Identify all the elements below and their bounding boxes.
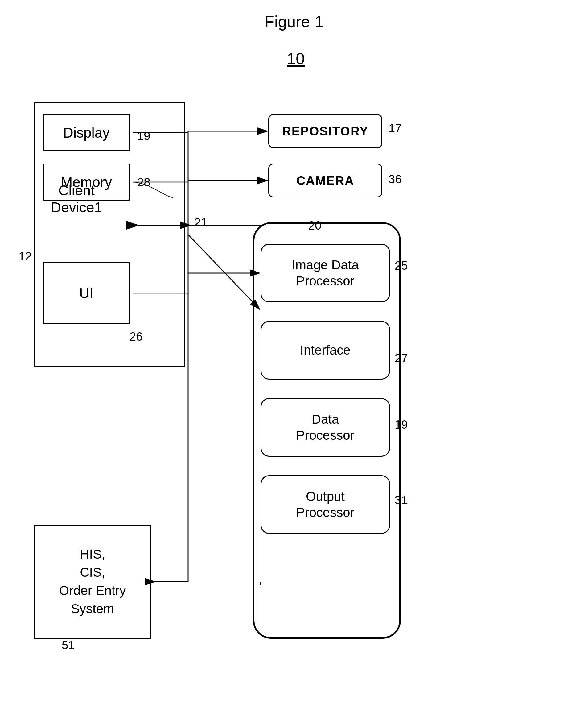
ref-21: 21: [194, 216, 207, 229]
idp-label: Image Data Processor: [292, 257, 359, 289]
ui-box: UI: [43, 262, 129, 324]
ref-25: 25: [395, 259, 407, 273]
memory-label: Memory: [61, 174, 112, 190]
camera-label: CAMERA: [296, 174, 354, 188]
memory-box: Memory: [43, 163, 129, 201]
dp-box: Data Processor: [260, 398, 390, 457]
ref-31: 31: [395, 494, 407, 507]
interface-label: Interface: [300, 343, 350, 358]
system-number: 10: [287, 49, 304, 68]
ref-51: 51: [62, 639, 75, 652]
camera-box: CAMERA: [268, 163, 382, 198]
display-box: Display: [43, 114, 129, 151]
ref-19-dp: 19: [395, 418, 407, 431]
interface-box: Interface: [260, 321, 390, 380]
op-label: Output Processor: [296, 488, 354, 521]
op-box: Output Processor: [260, 475, 390, 534]
ref-17: 17: [388, 122, 401, 135]
his-box: HIS, CIS, Order Entry System: [34, 525, 151, 639]
dp-label: Data Processor: [296, 411, 354, 444]
figure-title: Figure 1: [265, 12, 323, 31]
ui-label: UI: [79, 285, 93, 301]
ref-26: 26: [129, 330, 143, 343]
ref-20: 20: [308, 219, 321, 233]
ref-12: 12: [19, 250, 31, 263]
svg-line-5: [188, 235, 259, 308]
ref-27: 27: [395, 352, 407, 365]
idp-box: Image Data Processor: [260, 244, 390, 302]
ref-28: 28: [137, 176, 150, 189]
display-label: Display: [63, 124, 110, 141]
ref-19-display: 19: [137, 129, 150, 143]
his-label: HIS, CIS, Order Entry System: [59, 545, 126, 618]
ref-36: 36: [388, 173, 401, 186]
diagram-container: Figure 1 10 Client Device1 12 Display 19…: [0, 0, 588, 723]
repository-label: REPOSITORY: [282, 124, 369, 138]
repository-box: REPOSITORY: [268, 114, 382, 148]
